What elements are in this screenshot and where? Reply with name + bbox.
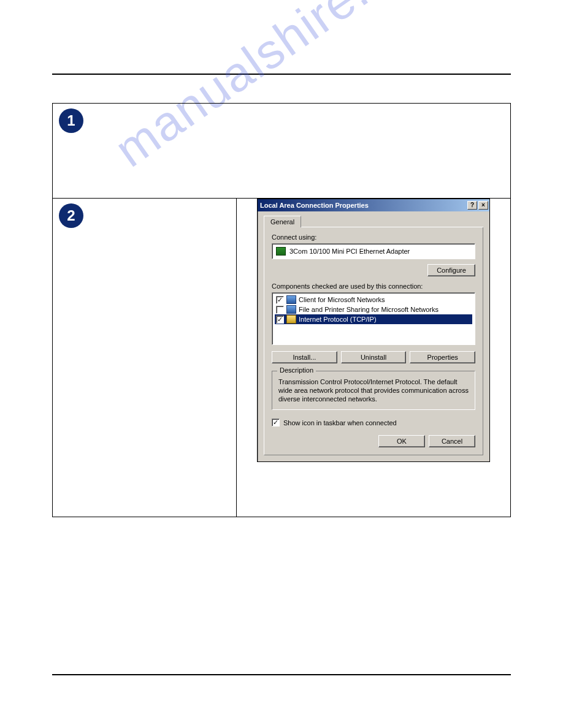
checkbox-icon[interactable] [276,306,284,314]
close-button[interactable]: × [478,201,488,210]
tab-general[interactable]: General [264,216,301,227]
help-button[interactable]: ? [467,201,477,210]
protocol-icon [286,315,296,324]
component-label: File and Printer Sharing for Microsoft N… [299,306,439,313]
component-label: Client for Microsoft Networks [299,296,385,303]
step-1-cell: 1 [53,104,511,199]
show-icon-row: ✓ Show icon in taskbar when connected [272,419,475,427]
component-label: Internet Protocol (TCP/IP) [299,316,377,323]
checkbox-icon[interactable]: ✓ [276,316,284,324]
components-label: Components checked are used by this conn… [272,282,475,290]
dialog-cell: Local Area Connection Properties ? × Gen… [237,199,511,517]
connect-using-label: Connect using: [272,233,475,241]
steps-table: 1 2 Local Area Connection Properties ? × [52,103,511,517]
network-adapter-icon [276,247,286,256]
components-listbox[interactable]: ✓ Client for Microsoft Networks File and… [272,292,475,345]
uninstall-button[interactable]: Uninstall [341,351,407,363]
client-icon [286,295,296,304]
adapter-field: 3Com 10/100 Mini PCI Ethernet Adapter [272,243,475,259]
component-item-fileshare[interactable]: File and Printer Sharing for Microsoft N… [275,305,472,314]
description-text: Transmission Control Protocol/Internet P… [278,377,469,403]
component-item-client[interactable]: ✓ Client for Microsoft Networks [275,295,472,305]
document-page: manualshire.com 1 2 Local Area Connectio… [0,0,563,86]
fileshare-icon [286,305,296,314]
configure-button[interactable]: Configure [427,264,475,276]
cancel-button[interactable]: Cancel [429,435,475,447]
adapter-name: 3Com 10/100 Mini PCI Ethernet Adapter [289,248,410,255]
properties-dialog: Local Area Connection Properties ? × Gen… [257,199,490,462]
show-icon-checkbox[interactable]: ✓ [272,419,280,427]
show-icon-label: Show icon in taskbar when connected [283,419,397,427]
description-group-title: Description [277,366,316,374]
bottom-horizontal-rule [52,674,511,675]
dialog-body: General Connect using: 3Com 10/100 Mini … [258,211,489,461]
description-groupbox: Description Transmission Control Protoco… [272,371,475,410]
tab-panel-general: Connect using: 3Com 10/100 Mini PCI Ethe… [264,227,483,455]
step-1-badge: 1 [59,108,83,133]
step-2-cell: 2 [53,199,237,517]
component-item-tcpip[interactable]: ✓ Internet Protocol (TCP/IP) [275,314,472,324]
top-horizontal-rule [52,74,511,75]
dialog-titlebar[interactable]: Local Area Connection Properties ? × [258,199,489,211]
install-button[interactable]: Install... [272,351,337,363]
checkbox-icon[interactable]: ✓ [276,296,284,304]
ok-button[interactable]: OK [378,435,425,447]
dialog-title: Local Area Connection Properties [260,202,466,209]
step-2-badge: 2 [59,203,83,228]
tab-strip: General [264,215,483,227]
properties-button[interactable]: Properties [410,351,475,363]
